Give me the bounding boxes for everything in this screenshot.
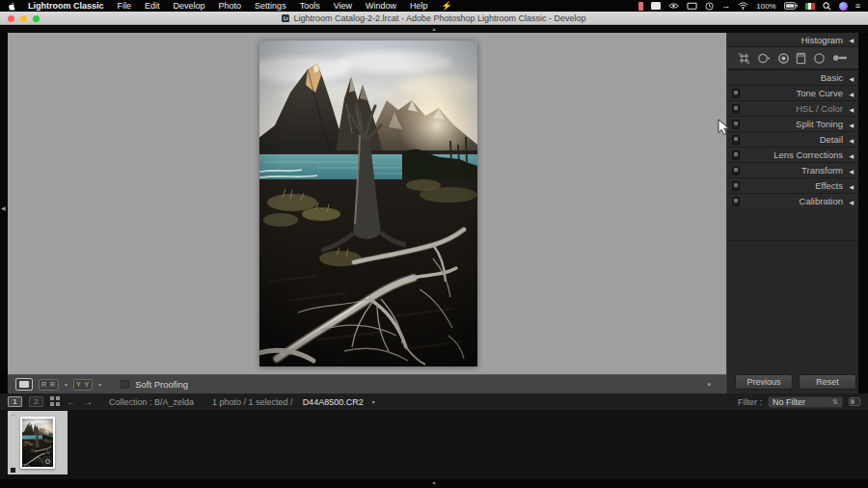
panel-enable-toggle[interactable] [732,135,740,145]
panel-header-basic[interactable]: Basic ◀ [727,69,858,85]
reference-view-dropdown-icon[interactable]: ▾ [65,381,68,388]
thumbnail-flag-mark: ⌐ [12,412,15,418]
selected-filename[interactable]: D44A8500.CR2 [303,397,364,407]
panel-label: Calibration [800,196,843,206]
panel-header-split-toning[interactable]: Split Toning ◀ [727,116,858,131]
menu-file[interactable]: File [118,1,132,11]
reset-button[interactable]: Reset [799,374,856,390]
panel-header-transform[interactable]: Transform ◀ [727,162,858,177]
right-screen-edge [858,33,868,393]
adjustments-badge-icon[interactable] [42,456,52,466]
menu-tools[interactable]: Tools [300,1,320,11]
panel-header-detail[interactable]: Detail ◀ [727,131,858,147]
catalog-doc-icon: Lr [282,14,289,22]
menu-app-name[interactable]: Lightroom Classic [28,1,104,11]
bolt-menu-icon[interactable]: ⚡ [442,1,452,11]
before-after-view-button[interactable]: Y Y [73,379,93,391]
menu-help[interactable]: Help [410,1,428,11]
filter-value: No Filter [773,397,805,407]
radial-filter-icon[interactable] [813,52,826,65]
adjustment-brush-icon[interactable] [832,52,848,64]
histogram-label: Histogram [801,35,843,45]
spotlight-search-icon[interactable] [823,2,831,11]
panel-header-effects[interactable]: Effects ◀ [727,177,858,193]
loupe-view-icon [19,381,29,388]
keyboard-status-icon[interactable] [651,2,661,10]
loupe-view-button[interactable] [15,378,33,391]
panel-collapse-icon: ◀ [849,198,854,204]
keyboard-layout-flag-icon[interactable] [805,3,815,10]
battery-status-icon[interactable] [784,2,798,10]
main-photo[interactable] [259,41,477,366]
red-eye-correction-icon[interactable] [777,52,790,65]
window-title-bar: Lr Lightroom Catalog-2-2.lrcat - Adobe P… [0,12,868,25]
menu-window[interactable]: Window [366,1,396,11]
panel-collapse-icon: ◀ [849,151,854,158]
top-panel-strip: ▴ [0,26,868,33]
filmstrip-thumbnail-selected[interactable]: ⌐ [8,411,68,474]
hide-filmstrip-arrow[interactable]: ▾ [432,480,435,487]
filter-select[interactable]: No Filter ⇅ [768,396,843,408]
thumbnail-image[interactable] [20,417,55,469]
filter-switch-icon[interactable] [849,397,860,406]
spot-removal-icon[interactable] [757,52,771,65]
filename-dropdown-icon[interactable]: ▾ [372,398,375,405]
panel-header-hsl-color[interactable]: HSL / Color ◀ [727,100,858,116]
develop-toolbar: R R ▾ Y Y ▾ Soft Proofing ▾ [8,374,726,393]
menu-photo[interactable]: Photo [219,1,242,11]
panel-enable-toggle[interactable] [732,166,740,176]
previous-photo-arrow-icon[interactable]: ← [67,396,76,407]
histogram-collapse-icon: ◀ [849,37,854,43]
develop-canvas[interactable] [8,33,726,374]
filmstrip[interactable]: ⌐ [0,410,868,479]
panel-enable-toggle[interactable] [732,197,740,206]
panel-header-lens-corrections[interactable]: Lens Corrections ◀ [727,147,858,162]
lightroom-window: Lightroom Classic File Edit Develop Phot… [0,0,868,488]
shortcuts-status-icon[interactable]: → [721,1,730,11]
soft-proofing-checkbox[interactable] [121,380,129,389]
before-after-dropdown-icon[interactable]: ▾ [98,381,101,388]
panel-enable-toggle[interactable] [732,104,740,114]
develop-right-panel: Histogram ◀ Basic ◀ [726,33,858,393]
collection-breadcrumb[interactable]: Collection : B/A_zelda [109,397,194,407]
siri-status-icon[interactable] [839,2,848,11]
panel-label: Split Toning [796,119,843,129]
panel-collapse-icon: ◀ [849,167,854,174]
panel-enable-toggle[interactable] [732,150,740,160]
next-photo-arrow-icon[interactable]: → [83,396,93,407]
previous-button[interactable]: Previous [735,374,793,390]
panel-label: Effects [815,180,843,191]
second-window-button[interactable]: 2 [29,396,43,407]
menu-edit[interactable]: Edit [145,1,160,11]
menu-view[interactable]: View [334,1,352,11]
panel-enable-toggle[interactable] [732,89,740,98]
menu-settings[interactable]: Settings [255,1,286,11]
macos-menu-bar: Lightroom Classic File Edit Develop Phot… [0,0,868,12]
histogram-panel-header[interactable]: Histogram ◀ [727,33,858,46]
panel-label: Detail [820,134,843,145]
menu-develop[interactable]: Develop [174,1,205,11]
apple-menu-icon[interactable] [8,2,16,11]
display-status-icon[interactable] [687,2,697,11]
notification-center-icon[interactable]: ≡ [855,1,860,11]
clock-status-icon[interactable] [705,2,714,11]
main-window-button[interactable]: 1 [8,396,22,407]
panel-header-tone-curve[interactable]: Tone Curve ◀ [727,85,858,100]
toolbar-options-dropdown-icon[interactable]: ▾ [707,381,719,389]
grid-view-icon[interactable] [50,396,60,408]
panel-enable-toggle[interactable] [732,181,740,191]
panel-enable-toggle[interactable] [732,120,740,129]
recording-status-icon[interactable] [638,2,643,11]
show-left-panel-arrow[interactable]: ◀ [1,204,6,211]
wifi-status-icon[interactable] [738,2,748,10]
panel-header-calibration[interactable]: Calibration ◀ [727,193,858,208]
graduated-filter-icon[interactable] [796,52,806,65]
show-top-panel-arrow[interactable]: ▴ [432,26,435,33]
left-panel-strip: ◀ [0,33,8,374]
reference-view-button[interactable]: R R [39,379,59,391]
filter-updown-icon: ⇅ [832,398,838,406]
window-title-text: Lightroom Catalog-2-2.lrcat - Adobe Phot… [293,14,585,23]
eye-status-icon[interactable] [668,2,679,10]
panel-empty-area [727,240,858,372]
crop-overlay-icon[interactable] [738,52,750,65]
